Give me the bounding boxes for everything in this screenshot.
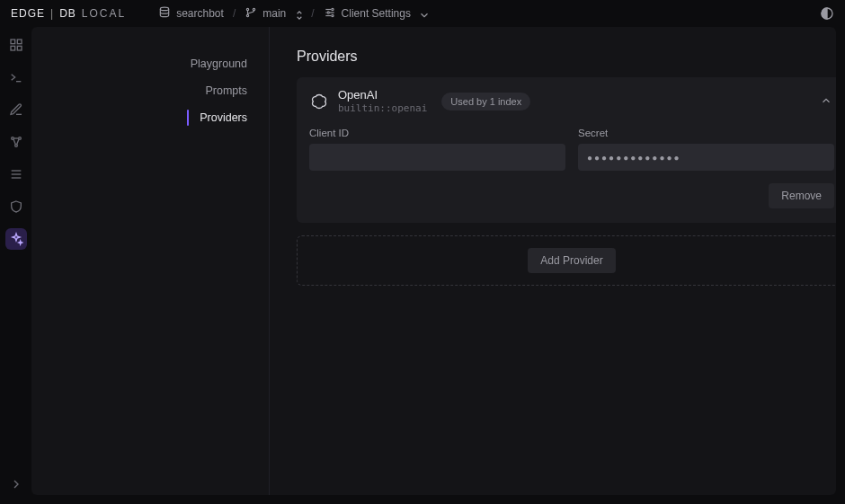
crumb-project-label: searchbot (176, 7, 224, 20)
provider-card: OpenAI builtin::openai Used by 1 index C… (297, 77, 836, 223)
brand-local: LOCAL (82, 7, 126, 20)
crumb-sep-2: / (311, 7, 314, 20)
branch-icon (245, 6, 257, 22)
svg-point-13 (18, 137, 21, 140)
usage-badge: Used by 1 index (441, 93, 530, 111)
chevron-down-icon (418, 9, 427, 18)
rail-ai[interactable] (5, 228, 27, 250)
topbar: EDGE | DB LOCAL searchbot / main (0, 0, 845, 27)
crumb-sep-1: / (233, 7, 236, 20)
client-id-label: Client ID (309, 128, 565, 138)
rail-shield[interactable] (5, 196, 27, 217)
svg-point-2 (247, 14, 249, 16)
svg-point-12 (11, 137, 13, 140)
openai-icon (309, 92, 329, 111)
svg-point-14 (14, 145, 17, 147)
crumb-branch-label: main (262, 7, 286, 20)
crumb-settings-label: Client Settings (342, 7, 411, 20)
subnav-prompts-label: Prompts (205, 84, 247, 97)
content-card: Playground Prompts Providers Providers (31, 27, 836, 495)
subnav: Playground Prompts Providers (31, 27, 270, 495)
svg-point-5 (327, 11, 329, 13)
collapse-toggle[interactable] (820, 94, 834, 109)
left-rail (0, 27, 31, 504)
add-provider-box: Add Provider (297, 235, 836, 286)
sliders-icon (324, 6, 336, 22)
svg-point-6 (331, 14, 333, 16)
secret-input[interactable]: ●●●●●●●●●●●●● (578, 144, 834, 171)
rail-expand[interactable] (5, 473, 27, 495)
svg-point-1 (247, 8, 249, 10)
rail-dashboard[interactable] (5, 34, 27, 56)
breadcrumb: searchbot / main / (158, 6, 427, 22)
svg-rect-9 (17, 40, 22, 44)
subnav-playground-label: Playground (191, 57, 247, 70)
secret-mask: ●●●●●●●●●●●●● (587, 153, 681, 163)
provider-name: OpenAI (338, 88, 427, 102)
provider-actions: Remove (309, 183, 834, 208)
database-icon (158, 6, 171, 22)
svg-rect-11 (17, 46, 22, 50)
theme-toggle[interactable] (820, 6, 834, 21)
brand-db: DB (59, 7, 76, 20)
secret-field: Secret ●●●●●●●●●●●●● (578, 128, 834, 171)
client-id-input[interactable] (309, 144, 565, 171)
rail-terminal[interactable] (5, 66, 27, 88)
subnav-providers-label: Providers (200, 111, 247, 124)
subnav-providers[interactable]: Providers (187, 104, 269, 131)
crumb-settings[interactable]: Client Settings (324, 6, 427, 22)
crumb-project[interactable]: searchbot (158, 6, 224, 22)
pane-title: Providers (297, 49, 809, 65)
subnav-prompts[interactable]: Prompts (192, 77, 269, 104)
provider-header[interactable]: OpenAI builtin::openai Used by 1 index (309, 88, 834, 115)
svg-rect-8 (11, 40, 15, 44)
provider-title-block: OpenAI builtin::openai (338, 88, 427, 115)
add-provider-button[interactable]: Add Provider (528, 248, 615, 273)
brand-divider: | (50, 7, 54, 20)
rail-list[interactable] (5, 164, 27, 185)
rail-graph[interactable] (5, 131, 27, 153)
brand-edge: EDGE (11, 7, 45, 20)
brand-logo: EDGE | DB LOCAL (11, 7, 126, 20)
crumb-branch[interactable]: main (245, 6, 302, 22)
chevron-updown-icon (293, 9, 302, 18)
secret-label: Secret (578, 128, 834, 138)
shell: Playground Prompts Providers Providers (0, 27, 845, 504)
subnav-playground[interactable]: Playground (178, 50, 269, 77)
svg-point-0 (161, 7, 169, 10)
pane: Providers OpenAI builtin::openai Used by… (270, 27, 836, 495)
provider-subtitle: builtin::openai (338, 102, 427, 115)
svg-point-4 (331, 8, 333, 10)
client-id-field: Client ID (309, 128, 565, 171)
svg-point-3 (254, 8, 255, 10)
provider-fields: Client ID Secret ●●●●●●●●●●●●● (309, 128, 834, 171)
rail-edit[interactable] (5, 99, 27, 120)
remove-button[interactable]: Remove (769, 183, 834, 208)
svg-rect-10 (11, 46, 15, 50)
